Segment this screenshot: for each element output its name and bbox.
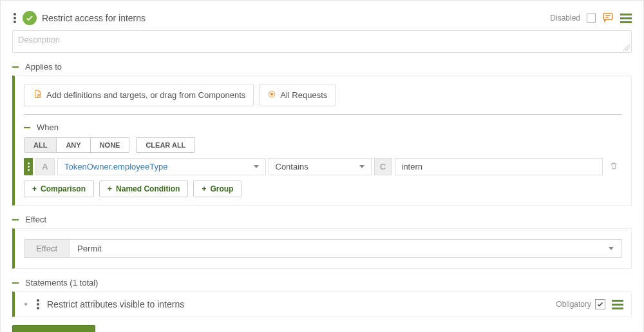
mode-none-button[interactable]: NONE <box>91 138 129 152</box>
comment-icon[interactable] <box>602 12 614 25</box>
disabled-checkbox[interactable] <box>587 14 596 23</box>
add-definitions-label: Add definitions and targets, or drag fro… <box>46 90 245 100</box>
caret-down-icon <box>359 165 365 168</box>
check-circle-icon <box>23 11 37 25</box>
operator-value: Contains <box>276 162 308 171</box>
policy-editor-panel: Restrict access for interns Disabled App… <box>0 0 644 332</box>
applies-to-buttons: Add definitions and targets, or drag fro… <box>24 84 622 106</box>
collapse-icon <box>12 219 19 220</box>
obligatory-wrap: Obligatory <box>556 299 605 309</box>
hamburger-menu-icon[interactable] <box>620 14 632 23</box>
add-definitions-button[interactable]: Add definitions and targets, or drag fro… <box>24 84 254 106</box>
collapse-icon <box>12 282 19 284</box>
statements-label: Statements (1 total) <box>25 278 98 288</box>
drag-handle-icon[interactable] <box>12 13 17 23</box>
all-requests-label: All Requests <box>280 90 327 100</box>
operator-select[interactable]: Contains <box>269 158 372 175</box>
svg-point-3 <box>271 93 274 95</box>
collapse-icon <box>24 127 30 128</box>
caret-down-icon <box>609 247 614 250</box>
caret-down-icon <box>254 165 259 168</box>
statement-row: • Restrict attributes visible to interns… <box>12 291 632 317</box>
target-icon <box>267 90 276 101</box>
add-comparison-button[interactable]: Comparison <box>24 181 94 197</box>
add-group-button[interactable]: Group <box>193 181 242 197</box>
statement-title[interactable]: Restrict attributes visible to interns <box>47 299 549 309</box>
description-box <box>12 30 632 53</box>
disabled-label: Disabled <box>550 14 580 23</box>
add-named-condition-button[interactable]: Named Condition <box>99 181 188 197</box>
statements-header[interactable]: Statements (1 total) <box>12 278 632 288</box>
applies-to-header[interactable]: Applies to <box>12 62 632 72</box>
effect-field-label: Effect <box>24 239 70 258</box>
document-add-icon <box>32 89 43 101</box>
description-textarea[interactable] <box>13 31 631 50</box>
match-mode-group: ALL ANY NONE <box>24 137 129 153</box>
add-condition-buttons: Comparison Named Condition Group <box>24 181 622 197</box>
mode-all-button[interactable]: ALL <box>24 138 57 152</box>
trash-icon <box>609 162 618 172</box>
delete-condition-button[interactable] <box>605 161 622 172</box>
collapse-icon <box>12 66 19 68</box>
value-input-wrap <box>395 158 603 175</box>
applies-to-label: Applies to <box>25 62 62 72</box>
bullet-icon: • <box>23 298 29 310</box>
when-header[interactable]: When <box>24 122 622 132</box>
effect-value: Permit <box>77 244 102 253</box>
resize-grip-icon[interactable] <box>623 44 630 51</box>
svg-rect-0 <box>603 14 612 19</box>
obligatory-checkbox[interactable] <box>595 299 605 309</box>
add-statement-button[interactable]: + Add Statement <box>12 325 95 332</box>
condition-row: A TokenOwner.employeeType Contains C <box>24 158 622 175</box>
header-right: Disabled <box>550 12 632 25</box>
divider <box>24 114 622 115</box>
constant-chip: C <box>374 158 392 175</box>
policy-title[interactable]: Restrict access for interns <box>42 13 545 23</box>
obligatory-label: Obligatory <box>556 300 591 309</box>
all-requests-button[interactable]: All Requests <box>259 84 336 106</box>
attribute-value: TokenOwner.employeeType <box>64 162 167 171</box>
effect-section-label: Effect <box>25 215 46 224</box>
when-label: When <box>37 122 59 132</box>
match-mode-row: ALL ANY NONE CLEAR ALL <box>24 137 622 153</box>
effect-select[interactable]: Permit <box>70 239 622 258</box>
effect-header[interactable]: Effect <box>12 215 632 224</box>
effect-row: Effect Permit <box>24 239 622 258</box>
clear-all-button[interactable]: CLEAR ALL <box>136 137 195 153</box>
effect-block: Effect Permit <box>12 228 632 269</box>
header-row: Restrict access for interns Disabled <box>12 11 632 25</box>
hamburger-menu-icon[interactable] <box>612 300 623 309</box>
drag-handle-icon[interactable] <box>35 299 41 309</box>
applies-to-block: Add definitions and targets, or drag fro… <box>12 75 632 206</box>
attribute-select[interactable]: TokenOwner.employeeType <box>57 158 266 175</box>
attribute-chip: A <box>35 158 55 175</box>
condition-drag-handle[interactable] <box>24 158 33 175</box>
value-input[interactable] <box>402 162 596 171</box>
mode-any-button[interactable]: ANY <box>57 138 90 152</box>
